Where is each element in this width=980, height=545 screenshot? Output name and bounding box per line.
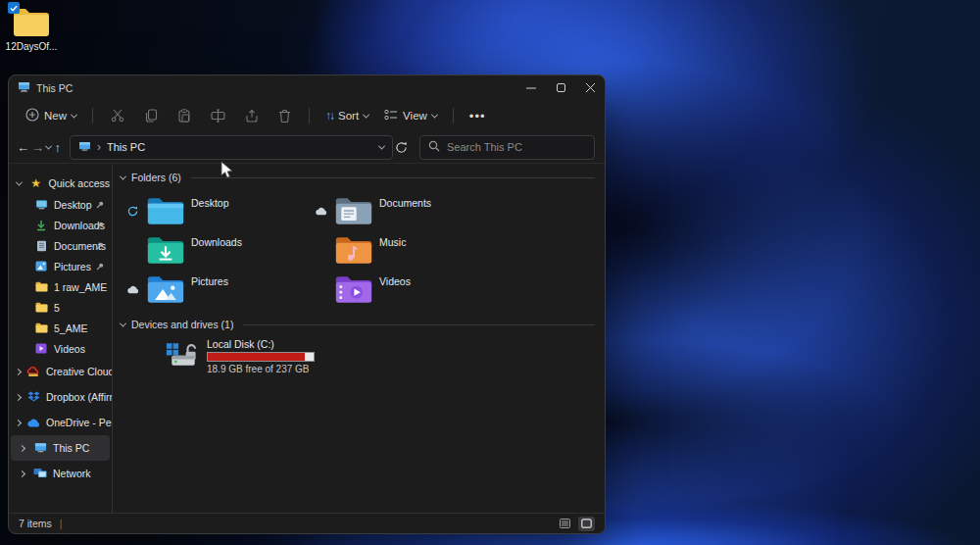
status-bar: 7 items |: [9, 513, 605, 533]
plus-circle-icon: [25, 108, 39, 124]
sidebar-item-network[interactable]: Network: [11, 461, 110, 486]
ellipsis-icon: •••: [469, 109, 486, 124]
sidebar-item-videos[interactable]: Videos: [11, 338, 110, 359]
chevron-down-icon: [16, 178, 23, 185]
refresh-icon: [395, 141, 408, 154]
star-icon: ★: [29, 176, 43, 190]
view-button[interactable]: View: [377, 105, 444, 126]
desktop-icon: [34, 198, 48, 212]
this-pc-icon: [18, 79, 30, 97]
scissors-icon: [111, 109, 124, 123]
view-button-label: View: [403, 110, 427, 122]
folder-tile-downloads[interactable]: Downloads: [124, 230, 313, 270]
new-button[interactable]: New: [19, 104, 83, 127]
toolbar-separator: [309, 108, 310, 124]
sidebar-item-pictures[interactable]: Pictures: [11, 256, 110, 276]
hard-drive-icon: [166, 338, 201, 374]
navigation-bar: ← → ↑ › This PC: [9, 131, 605, 164]
back-button[interactable]: ←: [17, 135, 29, 159]
rename-icon: [211, 109, 225, 123]
folder-music-icon: [334, 234, 373, 266]
folder-tile-pictures[interactable]: Pictures: [124, 270, 313, 309]
folder-tile-music[interactable]: Music: [313, 230, 501, 270]
details-view-button[interactable]: [557, 517, 573, 531]
search-input[interactable]: [447, 141, 586, 153]
close-button[interactable]: [575, 75, 605, 100]
sidebar-item-dropbox[interactable]: Dropbox (Affirma Cr: [11, 384, 110, 410]
drive-usage-bar: [207, 352, 315, 362]
creative-cloud-icon: [26, 365, 40, 378]
sidebar-item-creative-cloud-files[interactable]: Creative Cloud Files: [11, 359, 110, 384]
videos-icon: [34, 342, 48, 356]
folder-tiles: Desktop Documents: [124, 191, 595, 309]
toolbar-separator: [453, 108, 454, 124]
search-box[interactable]: [419, 135, 595, 160]
sort-arrows-icon: ↑↓: [325, 109, 333, 123]
folder-videos-icon: [334, 273, 373, 305]
pin-icon: [96, 199, 104, 211]
drive-name: Local Disk (C:): [207, 338, 315, 350]
documents-icon: [34, 239, 48, 253]
breadcrumb-this-pc[interactable]: This PC: [107, 141, 145, 153]
minimize-button[interactable]: [516, 75, 546, 100]
paste-button[interactable]: [169, 105, 200, 126]
this-pc-icon: [78, 141, 91, 154]
chevron-right-icon: [18, 470, 24, 476]
refresh-button[interactable]: [395, 135, 408, 159]
desktop-shortcut-label: 12DaysOf...: [2, 41, 61, 52]
desktop: 12DaysOf... This PC: [0, 0, 980, 545]
chevron-down-icon: [363, 111, 369, 118]
folder-tile-desktop[interactable]: Desktop: [124, 191, 313, 230]
sort-button[interactable]: ↑↓ Sort: [318, 105, 375, 126]
explorer-body: ★ Quick access Desktop Downloads: [9, 164, 605, 513]
pictures-icon: [34, 260, 48, 273]
forward-button[interactable]: →: [31, 135, 44, 159]
drive-usage-fill: [208, 353, 305, 361]
large-icons-view-button[interactable]: [578, 517, 595, 531]
clipboard-icon: [177, 109, 191, 123]
new-button-label: New: [44, 110, 67, 122]
titlebar[interactable]: This PC: [9, 75, 605, 100]
breadcrumb-separator: ›: [97, 140, 101, 154]
rename-button[interactable]: [202, 105, 234, 126]
sidebar-item-1-raw-ame[interactable]: 1 raw_AME: [11, 276, 110, 297]
folder-icon: [34, 301, 48, 315]
sidebar-item-documents[interactable]: Documents: [11, 235, 110, 256]
devices-section-header[interactable]: Devices and drives (1): [121, 319, 595, 330]
mouse-cursor: [220, 161, 234, 180]
cloud-icon: [126, 285, 139, 294]
share-button[interactable]: [236, 105, 268, 126]
folder-documents-icon: [334, 195, 373, 226]
devices-header-label: Devices and drives (1): [131, 319, 233, 330]
sidebar-item-5[interactable]: 5: [11, 297, 110, 318]
copy-button[interactable]: [135, 105, 167, 126]
folders-section-header[interactable]: Folders (6): [121, 172, 595, 183]
folder-tile-videos[interactable]: Videos: [313, 270, 501, 309]
sidebar-item-downloads[interactable]: Downloads: [11, 215, 110, 235]
delete-button[interactable]: [270, 105, 300, 126]
statusbar-divider: |: [60, 518, 63, 529]
desktop-shortcut-12daysof[interactable]: 12DaysOf...: [2, 6, 61, 52]
share-icon: [245, 109, 259, 123]
sidebar-item-5-ame[interactable]: 5_AME: [11, 318, 110, 338]
up-button[interactable]: ↑: [54, 135, 62, 159]
folder-tile-documents[interactable]: Documents: [313, 191, 501, 230]
sidebar-item-desktop[interactable]: Desktop: [11, 194, 110, 215]
folder-pictures-icon: [146, 273, 185, 305]
sidebar-item-quick-access[interactable]: ★ Quick access: [11, 173, 110, 194]
folder-downloads-icon: [146, 234, 185, 266]
chevron-right-icon: [15, 419, 22, 425]
more-options-button[interactable]: •••: [463, 105, 493, 127]
this-pc-icon: [33, 441, 47, 455]
chevron-down-icon: [431, 111, 438, 118]
sidebar-item-this-pc[interactable]: This PC: [11, 435, 110, 461]
address-dropdown-icon[interactable]: [378, 142, 385, 149]
cut-button[interactable]: [102, 105, 133, 126]
sidebar-item-onedrive[interactable]: OneDrive - Personal: [11, 410, 110, 435]
recent-locations-button[interactable]: [46, 135, 52, 159]
drive-tile-local-disk-c[interactable]: Local Disk (C:) 18.9 GB free of 237 GB: [166, 338, 595, 374]
section-rule: [243, 324, 595, 325]
address-bar[interactable]: › This PC: [70, 135, 393, 160]
folder-desktop-icon: [146, 195, 185, 226]
maximize-button[interactable]: [546, 75, 575, 100]
